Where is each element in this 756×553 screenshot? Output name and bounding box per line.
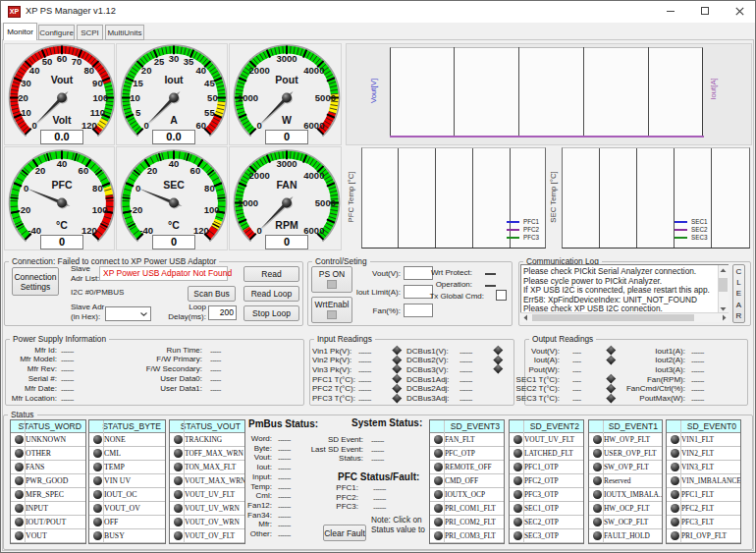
svg-text:5000: 5000 (315, 92, 336, 103)
svg-text:110: 110 (90, 107, 105, 118)
svg-text:60: 60 (190, 165, 201, 176)
svg-text:70: 70 (72, 56, 82, 67)
svg-text:40: 40 (29, 65, 40, 76)
svg-text:80: 80 (92, 183, 103, 194)
svg-text:2000: 2000 (249, 65, 270, 76)
svg-text:Iout: Iout (164, 74, 184, 85)
svg-text:1000: 1000 (238, 197, 258, 208)
svg-text:2000: 2000 (249, 170, 270, 181)
svg-text:4000: 4000 (303, 170, 324, 181)
svg-text:100: 100 (92, 92, 108, 103)
svg-text:0: 0 (143, 120, 148, 131)
svg-text:80: 80 (84, 65, 95, 76)
svg-text:PFC: PFC (52, 179, 73, 191)
svg-text:50: 50 (207, 92, 218, 103)
svg-text:3000: 3000 (276, 158, 297, 169)
svg-text:RPM: RPM (275, 219, 298, 231)
svg-text:0: 0 (256, 225, 261, 236)
svg-text:45: 45 (204, 78, 215, 88)
svg-text:1000: 1000 (238, 92, 258, 103)
svg-text:90: 90 (92, 78, 103, 88)
svg-text:60: 60 (57, 53, 68, 64)
svg-text:120: 120 (81, 120, 97, 131)
svg-text:0: 0 (256, 120, 261, 131)
svg-text:6000: 6000 (303, 120, 324, 131)
svg-text:0: 0 (135, 183, 140, 194)
svg-text:20: 20 (18, 92, 28, 103)
svg-text:3000: 3000 (276, 53, 297, 64)
svg-text:°C: °C (56, 219, 68, 231)
svg-text:FAN: FAN (277, 179, 297, 191)
svg-text:55: 55 (204, 107, 215, 118)
svg-text:30: 30 (21, 78, 31, 88)
svg-text:10: 10 (130, 92, 140, 103)
svg-text:-20: -20 (129, 204, 142, 215)
svg-text:-40: -40 (139, 225, 153, 236)
svg-text:30: 30 (169, 53, 180, 64)
svg-text:35: 35 (184, 56, 194, 67)
svg-text:°C: °C (168, 219, 180, 231)
svg-text:80: 80 (204, 183, 215, 194)
svg-text:5: 5 (135, 107, 141, 118)
svg-text:-40: -40 (27, 225, 41, 236)
svg-text:-20: -20 (17, 204, 30, 215)
svg-text:25: 25 (154, 56, 165, 67)
svg-text:Volt: Volt (52, 114, 72, 126)
svg-text:40: 40 (196, 65, 207, 76)
svg-text:100: 100 (92, 204, 108, 215)
svg-text:60: 60 (79, 165, 89, 176)
svg-text:0: 0 (24, 183, 28, 194)
svg-text:10: 10 (21, 107, 31, 118)
svg-text:20: 20 (141, 65, 152, 76)
svg-text:Pout: Pout (275, 74, 298, 85)
svg-text:A: A (170, 114, 178, 126)
svg-text:120: 120 (193, 225, 209, 236)
svg-text:60: 60 (196, 120, 207, 131)
svg-text:40: 40 (169, 158, 180, 169)
svg-text:120: 120 (81, 225, 97, 236)
svg-text:6000: 6000 (303, 225, 324, 236)
svg-text:20: 20 (147, 165, 158, 176)
svg-text:4000: 4000 (303, 65, 324, 76)
svg-text:20: 20 (35, 165, 46, 176)
svg-text:50: 50 (42, 56, 53, 67)
svg-text:Vout: Vout (51, 74, 74, 85)
svg-text:5000: 5000 (315, 197, 336, 208)
svg-text:15: 15 (133, 78, 143, 88)
svg-text:0: 0 (31, 120, 36, 131)
svg-text:SEC: SEC (163, 179, 185, 191)
svg-text:W: W (282, 114, 292, 126)
svg-text:100: 100 (204, 204, 220, 215)
svg-text:40: 40 (57, 158, 68, 169)
